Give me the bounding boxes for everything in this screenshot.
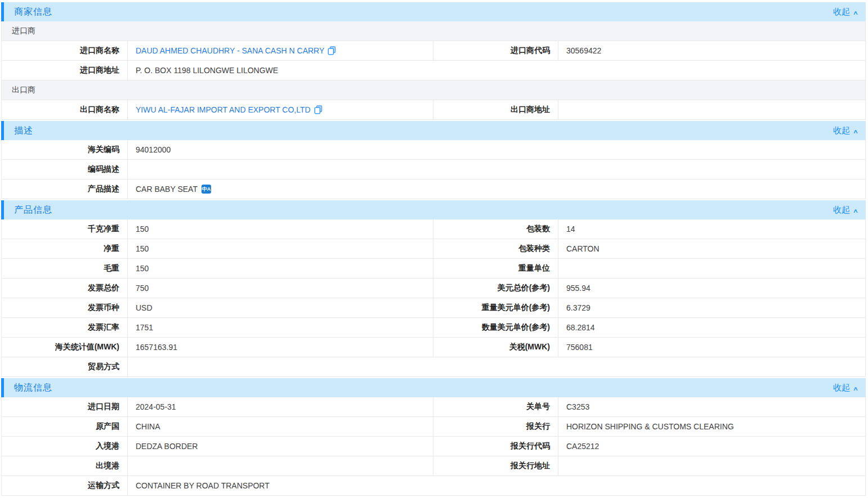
chevron-up-icon: ∧ (853, 128, 858, 134)
table-row: 编码描述 (2, 160, 865, 180)
field-value: CA25212 (558, 437, 865, 456)
field-label: 海关统计值(MWK) (2, 338, 128, 357)
chevron-up-icon: ∧ (853, 385, 858, 392)
field-value-text: C3253 (566, 402, 589, 411)
field-value: 150 (128, 219, 433, 239)
section-title: 物流信息 (14, 382, 52, 394)
table-row: 出境港 报关行地址 (2, 456, 865, 476)
field-value: 68.2814 (558, 318, 865, 337)
section-header: 物流信息 收起 ∧ (1, 378, 866, 397)
group-row: 出口商 (2, 80, 865, 100)
copy-icon[interactable] (314, 105, 323, 114)
field-value (128, 357, 865, 376)
field-label: 关税(MWK) (433, 338, 558, 357)
section-rows: 进口日期 2024-05-31 关单号 C3253 原产国 CHINA 报关行 … (1, 397, 866, 496)
group-label: 进口商 (12, 26, 35, 36)
table-row: 产品描述 CAR BABY SEAT中A (2, 180, 865, 199)
field-value-text: DEDZA BORDER (136, 442, 198, 451)
field-value-text: 955.94 (566, 284, 590, 293)
customs-record-detail: 商家信息 收起 ∧ 进口商 进口商名称 DAUD AHMED CHAUDHRY … (0, 0, 868, 496)
section-header: 商家信息 收起 ∧ (1, 2, 866, 21)
collapse-label: 收起 (833, 383, 850, 393)
field-value-text: 150 (136, 244, 149, 253)
field-label: 进口商名称 (2, 41, 128, 60)
chevron-up-icon: ∧ (853, 207, 858, 214)
field-value-text: 750 (136, 284, 149, 293)
field-label: 进口日期 (2, 397, 128, 416)
section-rows: 海关编码 94012000 编码描述 产品描述 CAR BABY SEAT中A (1, 140, 866, 199)
collapse-label: 收起 (833, 205, 850, 216)
section-header: 描述 收起 ∧ (1, 121, 866, 140)
field-value: DEDZA BORDER (128, 437, 433, 456)
chevron-up-icon: ∧ (853, 9, 858, 16)
collapse-label: 收起 (833, 7, 850, 17)
field-value: 94012000 (128, 140, 865, 159)
company-link[interactable]: DAUD AHMED CHAUDHRY - SANA CASH N CARRY (136, 46, 324, 55)
field-value: 30569422 (558, 41, 865, 60)
translate-icon[interactable]: 中A (202, 185, 211, 194)
table-row: 千克净重 150 包装数 14 (2, 219, 865, 239)
field-label: 报关行地址 (433, 456, 558, 475)
field-value-text: 14 (566, 225, 575, 234)
field-value-text: CA25212 (566, 442, 599, 451)
section-merchant-info: 商家信息 收起 ∧ 进口商 进口商名称 DAUD AHMED CHAUDHRY … (1, 2, 866, 120)
field-label: 报关行代码 (433, 437, 558, 456)
field-value: 1657163.91 (128, 338, 433, 357)
section-header: 产品信息 收起 ∧ (1, 200, 866, 219)
section-title: 产品信息 (14, 204, 52, 216)
field-value: CAR BABY SEAT中A (128, 180, 865, 199)
company-link[interactable]: YIWU AL-FAJAR IMPORT AND EXPORT CO,LTD (136, 105, 311, 114)
table-row: 贸易方式 (2, 357, 865, 377)
field-value-text: HORIZON SHIPPING & CUSTOMS CLEARING (566, 422, 734, 431)
field-label: 入境港 (2, 437, 128, 456)
section-rows: 千克净重 150 包装数 14 净重 150 包装种类 CARTON 毛重 15… (1, 219, 866, 377)
field-value-text: 68.2814 (566, 323, 595, 332)
field-value: 150 (128, 259, 433, 278)
table-row: 进口日期 2024-05-31 关单号 C3253 (2, 397, 865, 417)
field-label: 关单号 (433, 397, 558, 416)
table-row: 海关编码 94012000 (2, 140, 865, 160)
table-row: 发票总价 750 美元总价(参考) 955.94 (2, 279, 865, 298)
section-product-info: 产品信息 收起 ∧ 千克净重 150 包装数 14 净重 150 包装种类 CA… (1, 200, 866, 377)
field-value-text: 756081 (566, 343, 593, 352)
field-label: 进口商地址 (2, 61, 128, 80)
field-label: 进口商代码 (433, 41, 558, 60)
field-label: 包装数 (433, 219, 558, 239)
field-value (128, 160, 865, 179)
field-label: 发票币种 (2, 298, 128, 317)
table-row: 发票币种 USD 重量美元单价(参考) 6.3729 (2, 298, 865, 318)
collapse-toggle[interactable]: 收起 ∧ (833, 205, 858, 216)
table-row: 进口商名称 DAUD AHMED CHAUDHRY - SANA CASH N … (2, 41, 865, 61)
field-value-text: 6.3729 (566, 303, 590, 312)
field-value-text: 30569422 (566, 46, 601, 55)
field-value (128, 456, 433, 475)
field-label: 数量美元单价(参考) (433, 318, 558, 337)
copy-icon[interactable] (328, 46, 336, 55)
field-value: CHINA (128, 417, 433, 436)
field-value: USD (128, 298, 433, 317)
field-value-text: 150 (136, 264, 149, 273)
table-row: 原产国 CHINA 报关行 HORIZON SHIPPING & CUSTOMS… (2, 417, 865, 437)
field-value: C3253 (558, 397, 865, 416)
field-value: CARTON (558, 239, 865, 258)
field-value: P. O. BOX 1198 LILONGWE LILONGWE (128, 61, 865, 80)
table-row: 海关统计值(MWK) 1657163.91 关税(MWK) 756081 (2, 338, 865, 357)
field-value-text: 1751 (136, 323, 153, 332)
field-value-text: CAR BABY SEAT (136, 185, 198, 194)
collapse-toggle[interactable]: 收起 ∧ (833, 7, 858, 17)
field-value: 150 (128, 239, 433, 258)
section-title: 商家信息 (14, 6, 52, 18)
field-value-text: 94012000 (136, 145, 171, 154)
field-label: 净重 (2, 239, 128, 258)
table-row: 进口商地址 P. O. BOX 1198 LILONGWE LILONGWE (2, 61, 865, 80)
field-value (558, 259, 865, 278)
table-row: 出口商名称 YIWU AL-FAJAR IMPORT AND EXPORT CO… (2, 100, 865, 120)
field-value: 14 (558, 219, 865, 239)
collapse-toggle[interactable]: 收起 ∧ (833, 125, 858, 136)
field-label: 原产国 (2, 417, 128, 436)
collapse-toggle[interactable]: 收起 ∧ (833, 383, 858, 393)
field-label: 毛重 (2, 259, 128, 278)
table-row: 运输方式 CONTAINER BY ROAD TRANSPORT (2, 476, 865, 496)
field-value: 750 (128, 279, 433, 298)
field-label: 报关行 (433, 417, 558, 436)
